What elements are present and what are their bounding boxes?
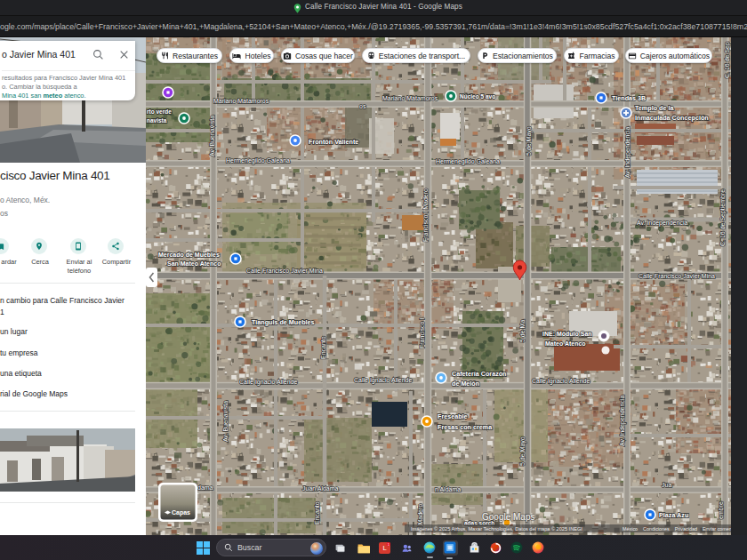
svg-text:Calle Ignacio Allende: Calle Ignacio Allende (354, 377, 412, 384)
svg-text:Calle Ignacio Allende: Calle Ignacio Allende (532, 378, 590, 385)
svg-text:Google Maps: Google Maps (482, 512, 534, 522)
svg-text:Inmaculada Concepción: Inmaculada Concepción (635, 114, 709, 122)
svg-text:Juan Aldama: Juan Aldama (302, 485, 339, 492)
svg-text:dama: dama (197, 484, 213, 491)
svg-text:Av. Buenavista: Av. Buenavista (222, 401, 229, 442)
svg-text:Calle Francisco Javier Mina: Calle Francisco Javier Mina (246, 268, 323, 274)
svg-text:Av. Buenavista: Av. Buenavista (209, 116, 215, 156)
svg-text:Tiendas 3B: Tiendas 3B (612, 94, 646, 102)
svg-text:Encanto: Encanto (314, 501, 320, 524)
svg-text:Núcleo 5 avo: Núcleo 5 avo (460, 93, 495, 100)
svg-text:Hermenegildo Galeana: Hermenegildo Galeana (436, 158, 500, 165)
svg-text:Fresas con crema: Fresas con crema (438, 423, 493, 431)
svg-text:San Mateo Atenco: San Mateo Atenco (167, 260, 221, 267)
svg-text:Francisco I Madero: Francisco I Madero (422, 188, 429, 242)
svg-text:1: 1 (388, 543, 390, 547)
svg-text:Av. Independencia: Av. Independencia (637, 220, 687, 227)
svg-text:n Aldama: n Aldama (435, 486, 461, 492)
svg-text:Mariano Matamoros: Mariano Matamoros (213, 98, 269, 104)
svg-text:Mercado de Muebles: Mercado de Muebles (158, 252, 220, 258)
svg-text:L: L (382, 544, 386, 552)
svg-text:5 de Mayo: 5 de Mayo (519, 436, 526, 466)
svg-text:l Madero: l Madero (417, 504, 423, 528)
svg-text:rto verde: rto verde (147, 108, 172, 115)
svg-text:Hermenegildo Galeana: Hermenegildo Galeana (226, 157, 290, 164)
svg-text:embre: embre (718, 501, 724, 519)
svg-text:Imágenes © 2025 Airbus, Maxar: Imágenes © 2025 Airbus, Maxar Technologi… (411, 526, 582, 532)
svg-text:Templo de la: Templo de la (635, 104, 674, 112)
svg-text:os: os (359, 103, 366, 109)
svg-text:Francisco I: Francisco I (419, 318, 425, 348)
svg-text:México Condiciones Priva: México Condiciones Privacidad Enviar com… (622, 526, 743, 532)
svg-text:Encanto: Encanto (320, 336, 326, 359)
svg-text:navista: navista (147, 117, 167, 124)
svg-text:C. 16 de Septiembre: C. 16 de Septiembre (719, 189, 727, 246)
svg-text:C. 16 de Sep: C. 16 de Sep (724, 42, 731, 78)
svg-text:Calle Ignacio Allende: Calle Ignacio Allende (239, 379, 297, 386)
svg-text:Av. Independencia: Av. Independencia (619, 396, 626, 446)
svg-text:Freseable: Freseable (438, 412, 468, 420)
svg-text:Plaza Azu: Plaza Azu (659, 511, 688, 519)
svg-text:Mariano Matamoros: Mariano Matamoros (382, 95, 438, 101)
svg-text:Capas: Capas (172, 509, 190, 516)
svg-text:5 de Ma: 5 de Ma (519, 320, 526, 342)
svg-text:5 de Mayo: 5 de Mayo (526, 126, 533, 156)
svg-text:Cafetería Corazón: Cafetería Corazón (452, 370, 507, 378)
svg-text:Jua: Jua (662, 482, 671, 488)
svg-text:INE: Módulo San: INE: Módulo San (542, 331, 592, 337)
svg-text:Frontón Valiente: Frontón Valiente (309, 138, 358, 146)
svg-text:Av. Independencia: Av. Independencia (624, 127, 631, 178)
svg-text:Tianguis de Muebles: Tianguis de Muebles (252, 318, 315, 326)
svg-text:Mateo Atenco: Mateo Atenco (545, 340, 586, 347)
svg-text:de Melón: de Melón (452, 380, 479, 388)
svg-text:Calle Francisco Javier Mina: Calle Francisco Javier Mina (639, 273, 715, 279)
